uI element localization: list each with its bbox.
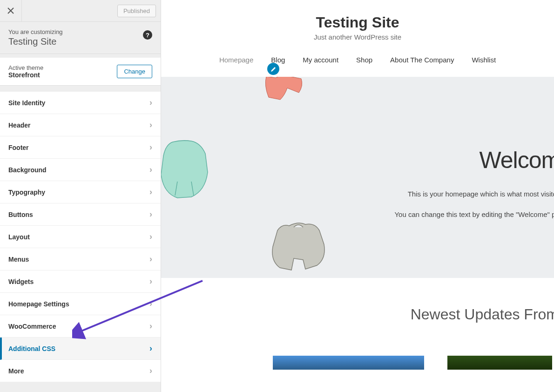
customizer-menu: Site Identity› Header› Footer› Backgroun… — [0, 91, 161, 382]
nav-link-wishlist[interactable]: Wishlist — [472, 56, 496, 64]
onesie-illustration — [161, 137, 210, 203]
menu-item-label: Footer — [8, 144, 29, 151]
menu-item-label: More — [8, 367, 24, 375]
nav-link-my-account[interactable]: My account — [303, 56, 338, 64]
menu-item-label: Homepage Settings — [8, 300, 69, 308]
menu-item-typography[interactable]: Typography› — [0, 181, 161, 203]
active-theme-label: Active theme — [8, 64, 43, 71]
section-title: Newest Updates From — [161, 306, 554, 323]
edit-shortcut-button[interactable] — [267, 63, 279, 75]
hero-title: Welcome — [340, 147, 554, 174]
chevron-right-icon: › — [149, 254, 152, 264]
site-preview: Testing Site Just another WordPress site… — [161, 0, 554, 392]
menu-item-woocommerce[interactable]: WooCommerce› — [0, 315, 161, 338]
active-theme-name: Storefront — [8, 71, 43, 79]
nav-link-shop[interactable]: Shop — [356, 56, 372, 64]
chevron-right-icon: › — [149, 142, 152, 152]
chevron-right-icon: › — [149, 210, 152, 219]
site-header: Testing Site Just another WordPress site — [161, 0, 554, 47]
hero-paragraph-1: This is your homepage which is what most… — [340, 189, 554, 200]
chevron-right-icon: › — [149, 321, 152, 331]
jacket-illustration — [262, 77, 308, 102]
menu-item-additional-css[interactable]: Additional CSS› — [0, 338, 161, 360]
help-icon[interactable]: ? — [143, 30, 152, 40]
menu-item-more[interactable]: More› — [0, 360, 161, 382]
menu-item-label: Typography — [8, 189, 45, 196]
nav-link-homepage[interactable]: Homepage — [219, 56, 253, 64]
menu-item-label: Buttons — [8, 211, 33, 218]
customizer-topbar: Published — [0, 0, 161, 22]
hoodie-illustration — [266, 219, 331, 275]
menu-item-label: Widgets — [8, 278, 34, 285]
close-button[interactable] — [0, 0, 22, 22]
hero-section: Welcome This is your homepage which is w… — [161, 77, 554, 278]
nav-link-about[interactable]: About The Company — [390, 56, 454, 64]
chevron-right-icon: › — [149, 232, 152, 242]
menu-item-label: Site Identity — [8, 99, 45, 107]
post-thumbnails — [161, 323, 554, 370]
hero-paragraph-2: You can change this text by editing the … — [340, 209, 554, 220]
hero-text: Welcome This is your homepage which is w… — [340, 147, 554, 220]
menu-item-homepage-settings[interactable]: Homepage Settings› — [0, 293, 161, 315]
menu-item-label: Background — [8, 166, 47, 174]
menu-item-footer[interactable]: Footer› — [0, 136, 161, 159]
menu-item-menus[interactable]: Menus› — [0, 248, 161, 270]
site-tagline: Just another WordPress site — [161, 33, 554, 41]
menu-item-layout[interactable]: Layout› — [0, 226, 161, 248]
pencil-icon — [270, 66, 277, 72]
menu-item-label: Layout — [8, 233, 30, 241]
customizer-sidebar: Published You are customizing Testing Si… — [0, 0, 161, 392]
menu-item-site-identity[interactable]: Site Identity› — [0, 91, 161, 114]
close-icon — [7, 7, 14, 14]
chevron-right-icon: › — [149, 277, 152, 286]
chevron-right-icon: › — [149, 344, 152, 353]
chevron-right-icon: › — [149, 299, 152, 309]
chevron-right-icon: › — [149, 187, 152, 197]
menu-item-label: Header — [8, 122, 30, 129]
menu-item-label: Additional CSS — [8, 345, 55, 352]
chevron-right-icon: › — [149, 98, 152, 108]
customizer-heading: You are customizing Testing Site ? — [0, 22, 161, 54]
heading-title-text: Testing Site — [8, 36, 151, 47]
menu-item-header[interactable]: Header› — [0, 114, 161, 136]
change-theme-button[interactable]: Change — [117, 65, 152, 78]
chevron-right-icon: › — [149, 165, 152, 175]
site-nav: Homepage Blog My account Shop About The … — [161, 47, 554, 77]
menu-item-label: WooCommerce — [8, 323, 56, 330]
newest-updates-section: Newest Updates From — [161, 278, 554, 370]
menu-item-buttons[interactable]: Buttons› — [0, 203, 161, 226]
menu-item-widgets[interactable]: Widgets› — [0, 270, 161, 293]
published-button[interactable]: Published — [117, 5, 156, 17]
menu-item-label: Menus — [8, 256, 29, 263]
chevron-right-icon: › — [149, 120, 152, 130]
post-thumbnail[interactable] — [273, 356, 424, 370]
site-title[interactable]: Testing Site — [161, 14, 554, 31]
menu-item-background[interactable]: Background› — [0, 159, 161, 181]
heading-small-text: You are customizing — [8, 28, 151, 35]
post-thumbnail[interactable] — [447, 356, 552, 370]
active-theme-block: Active theme Storefront Change — [0, 54, 161, 86]
chevron-right-icon: › — [149, 366, 152, 376]
